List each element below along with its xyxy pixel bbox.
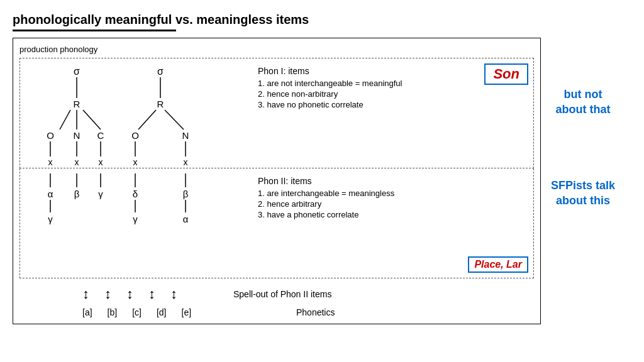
title-underline	[13, 30, 176, 31]
svg-text:x: x	[184, 157, 188, 167]
svg-line-19	[165, 110, 184, 129]
phon-i-item-3: 3. have no phonetic correlate	[258, 100, 528, 109]
phonetic-sym-d: [d]	[157, 307, 167, 317]
arrow-4: ↕	[148, 286, 155, 302]
page-title: phonologically meaningful vs. meaningles…	[13, 13, 631, 27]
svg-text:O: O	[47, 130, 54, 141]
svg-text:γ: γ	[48, 214, 53, 224]
spell-out-label: Spell-out of Phon II items	[233, 289, 331, 299]
phonetics-label: Phonetics	[296, 307, 335, 317]
tree-diagram-top: σ R O N C	[25, 63, 252, 170]
svg-text:N: N	[182, 130, 189, 141]
inner-top-box: σ R O N C	[19, 58, 534, 168]
svg-text:β: β	[183, 189, 189, 199]
svg-text:x: x	[48, 157, 53, 167]
svg-text:γ: γ	[133, 214, 138, 224]
phonetic-sym-a: [a]	[82, 307, 92, 317]
svg-line-5	[83, 110, 101, 129]
right-label-top: but notabout that	[551, 87, 615, 117]
phonetic-sym-c: [c]	[132, 307, 142, 317]
arrow-3: ↕	[126, 286, 133, 302]
svg-text:C: C	[97, 130, 104, 141]
arrow-2: ↕	[104, 286, 111, 302]
right-labels: but notabout that SFPists talkabout this	[551, 38, 615, 239]
right-label-bottom: SFPists talkabout this	[551, 178, 615, 208]
svg-text:R: R	[74, 99, 80, 109]
svg-text:γ: γ	[98, 189, 103, 199]
svg-text:x: x	[99, 157, 103, 167]
svg-text:δ: δ	[133, 189, 138, 199]
phon-ii-title: Phon II: items	[258, 176, 528, 186]
arrow-5: ↕	[170, 286, 177, 302]
phon-i-item-2: 2. hence non-arbitrary	[258, 89, 528, 99]
tree-diagram-bottom: α β γ δ β γ γ α	[25, 173, 252, 243]
inner-bottom-box: α β γ δ β γ γ α	[19, 168, 534, 278]
svg-text:x: x	[75, 157, 79, 167]
svg-text:α: α	[48, 189, 53, 199]
svg-text:R: R	[157, 99, 164, 109]
svg-text:σ: σ	[157, 66, 164, 77]
arrow-1: ↕	[82, 286, 89, 302]
svg-line-3	[60, 110, 70, 129]
outer-box-label: production phonology	[19, 45, 534, 54]
svg-text:N: N	[74, 130, 80, 141]
son-badge: Son	[484, 63, 528, 85]
phon-ii-item-1: 1. are interchangeable = meaningless	[258, 189, 528, 198]
svg-text:O: O	[131, 130, 139, 141]
phonetic-sym-b: [b]	[108, 307, 118, 317]
outer-box: production phonology σ R	[13, 38, 541, 324]
place-lar-badge: Place, Lar	[468, 256, 528, 273]
svg-line-18	[138, 110, 156, 129]
svg-text:β: β	[74, 189, 80, 199]
svg-text:x: x	[133, 157, 138, 167]
phon-ii-item-2: 2. hence arbitrary	[258, 199, 528, 209]
svg-text:σ: σ	[74, 66, 80, 77]
phon-ii-section: Phon II: items 1. are interchangeable = …	[258, 173, 528, 221]
phonetic-sym-e: [e]	[182, 307, 192, 317]
phon-ii-item-3: 3. have a phonetic correlate	[258, 210, 528, 219]
svg-text:α: α	[183, 214, 189, 224]
